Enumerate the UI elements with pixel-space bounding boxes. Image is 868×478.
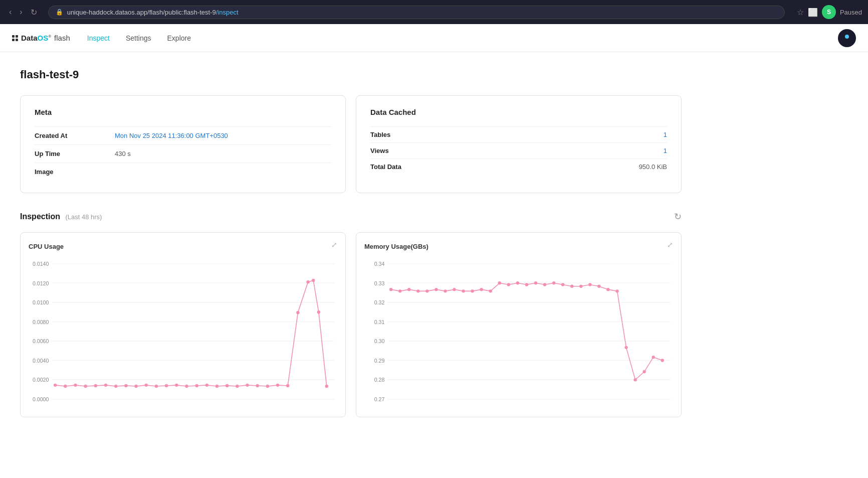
- svg-text:0.27: 0.27: [374, 396, 385, 402]
- uptime-label: Up Time: [35, 150, 115, 157]
- tab-explore[interactable]: Explore: [160, 31, 198, 45]
- main-content: flash-test-9 Meta Created At Mon Nov 25 …: [0, 52, 702, 433]
- svg-point-65: [407, 288, 410, 291]
- svg-point-90: [633, 378, 636, 381]
- profile-badge[interactable]: S: [822, 5, 836, 19]
- svg-point-23: [104, 384, 107, 387]
- svg-point-74: [489, 289, 492, 292]
- svg-point-20: [74, 384, 77, 387]
- created-at-value: Mon Nov 25 2024 11:36:00 GMT+0530: [115, 132, 228, 139]
- cards-row: Meta Created At Mon Nov 25 2024 11:36:00…: [20, 95, 682, 193]
- svg-point-82: [561, 283, 564, 286]
- cpu-chart-container: 0.0140 0.0120 0.0100 0.0080 0.0060 0.004…: [29, 258, 337, 409]
- memory-chart-container: 0.34 0.33 0.32 0.31 0.30 0.29 0.28 0.27: [364, 258, 673, 409]
- svg-point-75: [498, 281, 501, 284]
- svg-text:0.30: 0.30: [374, 338, 385, 344]
- svg-point-85: [588, 283, 591, 286]
- svg-point-79: [534, 281, 537, 284]
- inspection-subtitle: (Last 48 hrs): [65, 213, 102, 221]
- svg-text:0.0040: 0.0040: [33, 358, 49, 364]
- tab-inspect[interactable]: Inspect: [80, 31, 117, 45]
- svg-point-68: [435, 288, 438, 291]
- svg-point-88: [615, 289, 618, 292]
- svg-point-34: [215, 385, 219, 388]
- nav-buttons: ‹ › ↻: [6, 6, 40, 19]
- reload-button[interactable]: ↻: [28, 6, 40, 19]
- svg-point-35: [226, 384, 229, 387]
- svg-point-86: [597, 285, 600, 288]
- svg-point-80: [543, 283, 546, 286]
- svg-point-89: [624, 346, 627, 349]
- meta-row-uptime: Up Time 430 s: [35, 144, 331, 163]
- svg-point-31: [185, 385, 188, 388]
- svg-text:0.33: 0.33: [374, 280, 385, 286]
- svg-point-83: [570, 285, 573, 288]
- back-button[interactable]: ‹: [6, 6, 15, 19]
- user-avatar[interactable]: [838, 29, 856, 47]
- refresh-button[interactable]: ↻: [674, 211, 682, 222]
- data-cached-card: Data Cached Tables 1 Views 1 Total Data …: [356, 95, 682, 193]
- uptime-value: 430 s: [115, 150, 131, 157]
- nav-tabs: Inspect Settings Explore: [80, 31, 198, 45]
- data-row-views: Views 1: [370, 142, 667, 158]
- views-value: 1: [664, 147, 667, 154]
- svg-point-40: [276, 384, 279, 387]
- svg-point-42: [296, 311, 299, 314]
- views-label: Views: [370, 147, 664, 154]
- address-text: unique-haddock.dataos.app/flash/public:f…: [67, 9, 777, 16]
- svg-point-21: [84, 385, 87, 388]
- paused-button[interactable]: Paused: [840, 9, 862, 16]
- cpu-expand-button[interactable]: ⤢: [331, 241, 337, 249]
- svg-point-26: [134, 385, 137, 388]
- memory-chart-title: Memory Usage(GBs): [364, 243, 673, 250]
- meta-card-title: Meta: [35, 108, 331, 116]
- tables-label: Tables: [370, 131, 664, 138]
- total-data-value: 950.0 KiB: [639, 163, 667, 171]
- svg-point-28: [155, 385, 158, 388]
- inspection-title: Inspection: [20, 212, 60, 221]
- forward-button[interactable]: ›: [17, 6, 25, 19]
- svg-text:0.0120: 0.0120: [33, 280, 49, 286]
- cpu-chart-title: CPU Usage: [29, 243, 337, 250]
- data-row-tables: Tables 1: [370, 126, 667, 142]
- svg-point-66: [416, 289, 419, 292]
- svg-point-22: [94, 384, 97, 387]
- svg-point-43: [306, 280, 309, 283]
- svg-point-76: [507, 283, 510, 286]
- svg-point-0: [845, 35, 849, 39]
- svg-point-19: [64, 385, 67, 388]
- svg-point-92: [652, 356, 655, 359]
- svg-point-64: [398, 289, 401, 292]
- svg-point-71: [462, 289, 465, 292]
- svg-point-77: [516, 281, 519, 284]
- svg-point-84: [579, 285, 582, 288]
- svg-point-87: [606, 288, 609, 291]
- dataos-logo-icon: [12, 35, 18, 41]
- svg-point-24: [114, 385, 117, 388]
- cpu-chart-svg: 0.0140 0.0120 0.0100 0.0080 0.0060 0.004…: [29, 258, 337, 409]
- lock-icon: 🔒: [56, 9, 63, 16]
- charts-row: CPU Usage ⤢ 0.0140 0.0120 0.0100 0.0080 …: [20, 232, 682, 417]
- svg-point-46: [325, 385, 328, 388]
- memory-chart-card: Memory Usage(GBs) ⤢ 0.34 0.33 0.32 0.31 …: [356, 232, 682, 417]
- svg-point-32: [195, 384, 198, 387]
- memory-expand-button[interactable]: ⤢: [667, 241, 673, 249]
- extension-button[interactable]: ⬜: [808, 8, 818, 17]
- svg-point-27: [145, 384, 148, 387]
- svg-text:0.0060: 0.0060: [33, 338, 49, 344]
- svg-point-91: [642, 370, 645, 373]
- svg-text:0.0080: 0.0080: [33, 319, 49, 325]
- svg-point-72: [471, 289, 474, 292]
- total-data-label: Total Data: [370, 163, 639, 171]
- svg-point-39: [266, 385, 269, 388]
- tab-settings[interactable]: Settings: [119, 31, 158, 45]
- browser-actions: ☆ ⬜ S Paused: [797, 5, 862, 19]
- svg-point-93: [661, 359, 664, 362]
- meta-card: Meta Created At Mon Nov 25 2024 11:36:00…: [20, 95, 346, 193]
- inspection-title-area: Inspection (Last 48 hrs): [20, 212, 102, 221]
- svg-text:0.28: 0.28: [374, 377, 385, 383]
- svg-point-69: [444, 289, 447, 292]
- app-header: DataOS® flash Inspect Settings Explore: [0, 24, 868, 52]
- bookmark-button[interactable]: ☆: [797, 8, 804, 17]
- address-bar[interactable]: 🔒 unique-haddock.dataos.app/flash/public…: [48, 6, 785, 19]
